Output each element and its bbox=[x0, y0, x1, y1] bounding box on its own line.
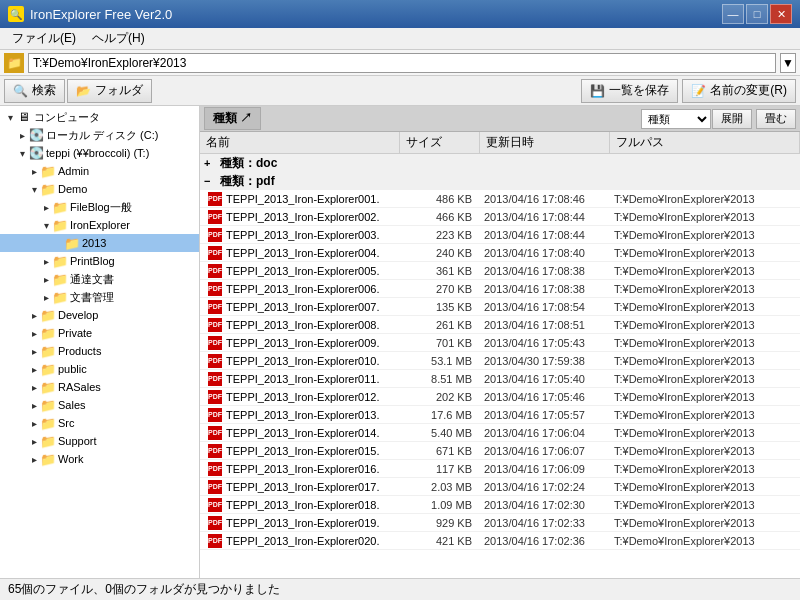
col-header-name[interactable]: 名前 bbox=[200, 132, 400, 153]
tree-toggle[interactable]: ▸ bbox=[28, 166, 40, 177]
tree-toggle[interactable]: ▸ bbox=[28, 382, 40, 393]
tree-toggle[interactable]: ▾ bbox=[4, 112, 16, 123]
file-date: 2013/04/16 17:06:07 bbox=[480, 445, 610, 457]
table-row[interactable]: PDF TEPPI_2013_Iron-Explorer003. 223 KB … bbox=[200, 226, 800, 244]
tree-toggle[interactable]: ▸ bbox=[28, 310, 40, 321]
table-row[interactable]: PDF TEPPI_2013_Iron-Explorer014. 5.40 MB… bbox=[200, 424, 800, 442]
tree-toggle[interactable]: ▸ bbox=[28, 346, 40, 357]
tree-toggle[interactable]: ▸ bbox=[28, 454, 40, 465]
tree-item-Work[interactable]: ▸📁Work bbox=[0, 450, 199, 468]
tree-toggle[interactable]: ▸ bbox=[28, 364, 40, 375]
collapse-button[interactable]: 畳む bbox=[756, 109, 796, 129]
tree-item-------[interactable]: ▾🖥コンピュータ bbox=[0, 108, 199, 126]
maximize-button[interactable]: □ bbox=[746, 4, 768, 24]
address-dropdown[interactable]: ▼ bbox=[780, 53, 796, 73]
category-pdf[interactable]: −種類：pdf bbox=[200, 172, 800, 190]
file-size: 2.03 MB bbox=[400, 481, 480, 493]
table-row[interactable]: PDF TEPPI_2013_Iron-Explorer017. 2.03 MB… bbox=[200, 478, 800, 496]
table-row[interactable]: PDF TEPPI_2013_Iron-Explorer005. 361 KB … bbox=[200, 262, 800, 280]
table-row[interactable]: PDF TEPPI_2013_Iron-Explorer020. 421 KB … bbox=[200, 532, 800, 550]
file-name-cell: PDF TEPPI_2013_Iron-Explorer012. bbox=[200, 390, 400, 404]
tree-item-FileBlog--[interactable]: ▸📁FileBlog一般 bbox=[0, 198, 199, 216]
tree-toggle[interactable]: ▸ bbox=[40, 274, 52, 285]
tree-item-public[interactable]: ▸📁public bbox=[0, 360, 199, 378]
tree-item-Products[interactable]: ▸📁Products bbox=[0, 342, 199, 360]
tree-toggle[interactable]: ▸ bbox=[28, 436, 40, 447]
tree-item-PrintBlog[interactable]: ▸📁PrintBlog bbox=[0, 252, 199, 270]
sort-select[interactable]: 種類 名前 サイズ 更新日時 bbox=[641, 109, 711, 129]
address-bar: 📁 ▼ bbox=[0, 50, 800, 76]
save-list-button[interactable]: 💾 一覧を保存 bbox=[581, 79, 678, 103]
tree-toggle[interactable]: ▾ bbox=[16, 148, 28, 159]
table-row[interactable]: PDF TEPPI_2013_Iron-Explorer009. 701 KB … bbox=[200, 334, 800, 352]
tree-item-Demo[interactable]: ▾📁Demo bbox=[0, 180, 199, 198]
tree-toggle[interactable]: ▸ bbox=[16, 130, 28, 141]
col-header-path[interactable]: フルパス bbox=[610, 132, 800, 153]
col-header-date[interactable]: 更新日時 bbox=[480, 132, 610, 153]
expand-button[interactable]: 展開 bbox=[712, 109, 752, 129]
tree-label: PrintBlog bbox=[70, 255, 115, 267]
tree-toggle[interactable]: ▸ bbox=[28, 328, 40, 339]
tree-item-teppi----broccoli---T--[interactable]: ▾💽teppi (¥¥broccoli) (T:) bbox=[0, 144, 199, 162]
menu-file[interactable]: ファイル(E) bbox=[4, 28, 84, 49]
tree-item------------C--[interactable]: ▸💽ローカル ディスク (C:) bbox=[0, 126, 199, 144]
search-button[interactable]: 🔍 検索 bbox=[4, 79, 65, 103]
file-path: T:¥Demo¥IronExplorer¥2013 bbox=[610, 409, 800, 421]
menu-help[interactable]: ヘルプ(H) bbox=[84, 28, 153, 49]
tree-toggle[interactable]: ▸ bbox=[28, 400, 40, 411]
table-row[interactable]: PDF TEPPI_2013_Iron-Explorer012. 202 KB … bbox=[200, 388, 800, 406]
category-toggle[interactable]: − bbox=[204, 175, 216, 187]
table-row[interactable]: PDF TEPPI_2013_Iron-Explorer016. 117 KB … bbox=[200, 460, 800, 478]
table-row[interactable]: PDF TEPPI_2013_Iron-Explorer008. 261 KB … bbox=[200, 316, 800, 334]
tree-item-Src[interactable]: ▸📁Src bbox=[0, 414, 199, 432]
pdf-icon: PDF bbox=[208, 498, 222, 512]
table-row[interactable]: PDF TEPPI_2013_Iron-Explorer011. 8.51 MB… bbox=[200, 370, 800, 388]
tree-toggle[interactable]: ▸ bbox=[40, 202, 52, 213]
tree-item-Private[interactable]: ▸📁Private bbox=[0, 324, 199, 342]
tree-toggle[interactable]: ▸ bbox=[40, 256, 52, 267]
col-header-size[interactable]: サイズ bbox=[400, 132, 480, 153]
table-row[interactable]: PDF TEPPI_2013_Iron-Explorer004. 240 KB … bbox=[200, 244, 800, 262]
tree-item-----[interactable]: ▸📁文書管理 bbox=[0, 288, 199, 306]
table-row[interactable]: PDF TEPPI_2013_Iron-Explorer019. 929 KB … bbox=[200, 514, 800, 532]
file-size: 466 KB bbox=[400, 211, 480, 223]
table-row[interactable]: PDF TEPPI_2013_Iron-Explorer007. 135 KB … bbox=[200, 298, 800, 316]
tree-item-RASales[interactable]: ▸📁RASales bbox=[0, 378, 199, 396]
table-row[interactable]: PDF TEPPI_2013_Iron-Explorer002. 466 KB … bbox=[200, 208, 800, 226]
sort-dropdown: 種類 名前 サイズ 更新日時 ↑ bbox=[641, 109, 720, 129]
file-path: T:¥Demo¥IronExplorer¥2013 bbox=[610, 427, 800, 439]
tree-item-IronExplorer[interactable]: ▾📁IronExplorer bbox=[0, 216, 199, 234]
file-name: TEPPI_2013_Iron-Explorer006. bbox=[226, 283, 379, 295]
rename-button[interactable]: 📝 名前の変更(R) bbox=[682, 79, 796, 103]
file-path: T:¥Demo¥IronExplorer¥2013 bbox=[610, 463, 800, 475]
tree-toggle[interactable]: ▸ bbox=[40, 292, 52, 303]
folder-button[interactable]: 📂 フォルダ bbox=[67, 79, 152, 103]
tree-item-2013[interactable]: 📁2013 bbox=[0, 234, 199, 252]
tree-item-Admin[interactable]: ▸📁Admin bbox=[0, 162, 199, 180]
tree-toggle[interactable]: ▾ bbox=[28, 184, 40, 195]
close-button[interactable]: ✕ bbox=[770, 4, 792, 24]
table-row[interactable]: PDF TEPPI_2013_Iron-Explorer010. 53.1 MB… bbox=[200, 352, 800, 370]
title-bar-title: IronExplorer Free Ver2.0 bbox=[30, 7, 172, 22]
tree-item-Sales[interactable]: ▸📁Sales bbox=[0, 396, 199, 414]
tree-item-----[interactable]: ▸📁通達文書 bbox=[0, 270, 199, 288]
category-doc[interactable]: +種類：doc bbox=[200, 154, 800, 172]
file-size: 135 KB bbox=[400, 301, 480, 313]
file-size: 270 KB bbox=[400, 283, 480, 295]
table-row[interactable]: PDF TEPPI_2013_Iron-Explorer018. 1.09 MB… bbox=[200, 496, 800, 514]
file-list-scroll[interactable]: +種類：doc−種類：pdf PDF TEPPI_2013_Iron-Explo… bbox=[200, 154, 800, 578]
table-row[interactable]: PDF TEPPI_2013_Iron-Explorer006. 270 KB … bbox=[200, 280, 800, 298]
minimize-button[interactable]: — bbox=[722, 4, 744, 24]
table-row[interactable]: PDF TEPPI_2013_Iron-Explorer013. 17.6 MB… bbox=[200, 406, 800, 424]
menu-bar: ファイル(E) ヘルプ(H) bbox=[0, 28, 800, 50]
group-header-text: 種類 ↗ bbox=[204, 107, 261, 130]
table-row[interactable]: PDF TEPPI_2013_Iron-Explorer001. 486 KB … bbox=[200, 190, 800, 208]
group-header-row: 種類 ↗ 種類 名前 サイズ 更新日時 ↑ 展開 畳む bbox=[200, 106, 800, 132]
tree-item-Support[interactable]: ▸📁Support bbox=[0, 432, 199, 450]
table-row[interactable]: PDF TEPPI_2013_Iron-Explorer015. 671 KB … bbox=[200, 442, 800, 460]
tree-item-Develop[interactable]: ▸📁Develop bbox=[0, 306, 199, 324]
category-toggle[interactable]: + bbox=[204, 157, 216, 169]
tree-toggle[interactable]: ▸ bbox=[28, 418, 40, 429]
tree-toggle[interactable]: ▾ bbox=[40, 220, 52, 231]
address-input[interactable] bbox=[28, 53, 776, 73]
